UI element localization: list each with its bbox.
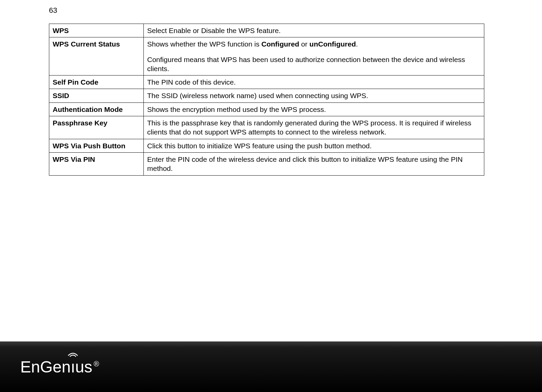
wps-settings-table: WPS Select Enable or Disable the WPS fea… xyxy=(49,24,484,176)
row-desc-wps-via-push-button: Click this button to initialize WPS feat… xyxy=(144,139,484,152)
desc-text: . xyxy=(356,40,358,48)
table-row: WPS Via Push Button Click this button to… xyxy=(49,139,484,152)
desc-bold-configured: Configured xyxy=(262,40,299,48)
desc-text: Shows whether the WPS function is xyxy=(147,40,262,48)
row-desc-wps: Select Enable or Disable the WPS feature… xyxy=(144,24,484,37)
row-desc-authentication-mode: Shows the encryption method used by the … xyxy=(144,102,484,116)
page-number: 63 xyxy=(49,6,57,15)
logo-i-with-wifi: ı xyxy=(71,358,75,376)
row-desc-wps-via-pin: Enter the PIN code of the wireless devic… xyxy=(144,152,484,175)
desc-text: Configured means that WPS has been used … xyxy=(147,56,465,72)
row-desc-passphrase-key: This is the passphrase key that is rando… xyxy=(144,116,484,139)
row-label-wps: WPS xyxy=(49,24,144,37)
table-row: WPS Select Enable or Disable the WPS fea… xyxy=(49,24,484,37)
row-label-wps-via-pin: WPS Via PIN xyxy=(49,152,144,175)
desc-bold-unconfigured: unConfigured xyxy=(309,40,356,48)
table-row: SSID The SSID (wireless network name) us… xyxy=(49,89,484,102)
table-row: Self Pin Code The PIN code of this devic… xyxy=(49,76,484,89)
engenius-logo: EnGen ı us® xyxy=(20,358,99,376)
logo-text-part3: us xyxy=(75,358,92,376)
logo-text-part1: EnGen xyxy=(20,358,71,376)
desc-text: or xyxy=(299,40,309,48)
row-label-self-pin-code: Self Pin Code xyxy=(49,76,144,89)
row-desc-self-pin-code: The PIN code of this device. xyxy=(144,76,484,89)
logo-text-i: ı xyxy=(71,358,75,376)
row-desc-wps-current-status: Shows whether the WPS function is Config… xyxy=(144,37,484,76)
table-row: Passphrase Key This is the passphrase ke… xyxy=(49,116,484,139)
table-row: WPS Current Status Shows whether the WPS… xyxy=(49,37,484,76)
registered-trademark-icon: ® xyxy=(93,360,99,368)
row-label-wps-current-status: WPS Current Status xyxy=(49,37,144,76)
wifi-icon xyxy=(67,350,79,358)
row-label-ssid: SSID xyxy=(49,89,144,102)
row-label-wps-via-push-button: WPS Via Push Button xyxy=(49,139,144,152)
row-label-passphrase-key: Passphrase Key xyxy=(49,116,144,139)
table-row: Authentication Mode Shows the encryption… xyxy=(49,102,484,116)
row-label-authentication-mode: Authentication Mode xyxy=(49,102,144,116)
page-footer: EnGen ı us® xyxy=(0,341,542,392)
table-row: WPS Via PIN Enter the PIN code of the wi… xyxy=(49,152,484,175)
row-desc-ssid: The SSID (wireless network name) used wh… xyxy=(144,89,484,102)
